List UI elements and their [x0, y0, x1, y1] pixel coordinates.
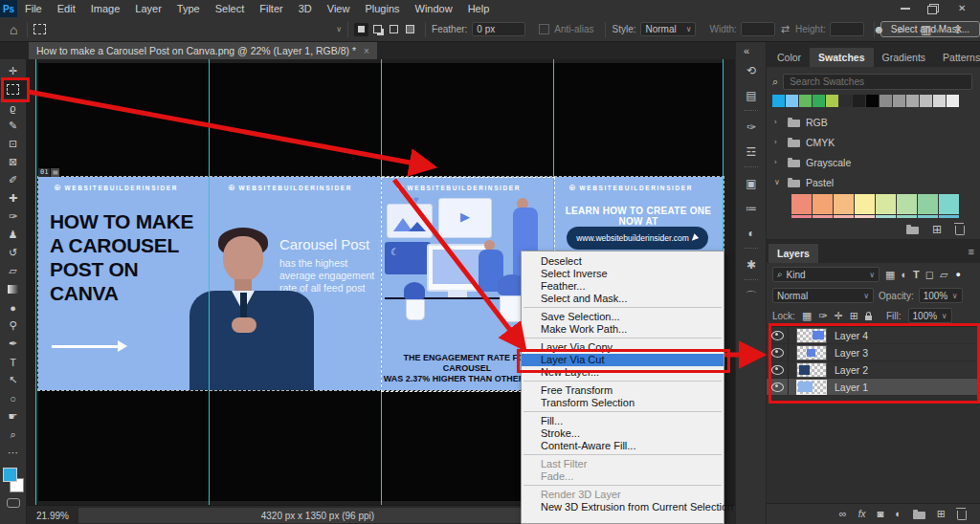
style-select[interactable]: Normal∨ [640, 22, 696, 36]
workspace-switcher-icon[interactable]: ▥ [921, 24, 931, 35]
menu-item-transform-selection[interactable]: Transform Selection [522, 397, 724, 409]
lock-artboard-icon[interactable]: ⊞ [850, 311, 858, 321]
menu-item-layer-via-copy[interactable]: Layer Via Copy [522, 341, 724, 354]
new-swatch-group-icon[interactable] [906, 227, 919, 234]
paths-panel-icon[interactable]: ⌒ [736, 284, 767, 309]
swatch[interactable] [839, 95, 852, 107]
document-info-field[interactable]: 4320 px x 1350 px (96 ppi) ⟩ [78, 508, 557, 523]
swatch-folder-grayscale[interactable]: ›Grayscale [767, 152, 980, 172]
tab-swatches[interactable]: Swatches [810, 48, 873, 67]
swatch[interactable] [897, 194, 917, 214]
opacity-select[interactable]: 100%∨ [919, 288, 963, 303]
swatch[interactable] [880, 95, 892, 107]
layer-thumbnail[interactable] [796, 328, 827, 343]
photoshop-logo-icon[interactable]: Ps [0, 0, 17, 17]
swatch[interactable] [772, 95, 785, 107]
swatch[interactable] [855, 215, 875, 218]
collapse-panels-icon[interactable]: « [744, 46, 767, 56]
swatch[interactable] [813, 215, 833, 218]
crop-tool[interactable]: ⊡ [0, 135, 27, 153]
menu-3d[interactable]: 3D [291, 0, 320, 17]
swatch[interactable] [947, 95, 959, 107]
menu-plugins[interactable]: Plugins [357, 0, 407, 17]
minimize-icon[interactable] [901, 8, 910, 10]
swatch[interactable] [866, 95, 879, 107]
swatch-folder-rgb[interactable]: ›RGB [767, 112, 980, 132]
document-tab[interactable]: How to make a Carousel Post on Canva.png… [29, 42, 377, 59]
layer-visibility-toggle[interactable] [767, 327, 789, 343]
menu-item-select-and-mask[interactable]: Select and Mask... [522, 293, 724, 305]
selection-subtract-icon[interactable] [387, 23, 401, 36]
menu-image[interactable]: Image [83, 0, 128, 17]
anti-alias-checkbox[interactable] [539, 24, 549, 34]
menu-item-make-work-path[interactable]: Make Work Path... [522, 323, 724, 336]
layer-row[interactable]: Layer 4 [767, 327, 980, 344]
adjustment-layer-icon[interactable]: ◐ [895, 509, 902, 519]
filter-pixel-layers-icon[interactable]: ▦ [885, 270, 895, 280]
tab-layers[interactable]: Layers [768, 244, 818, 263]
zoom-tool[interactable]: ⌕ [0, 426, 27, 444]
swatch[interactable] [939, 215, 959, 218]
lock-pixels-icon[interactable]: ✑ [818, 311, 827, 321]
brush-settings-panel-icon[interactable]: ✑ [736, 115, 767, 140]
menu-item-feather[interactable]: Feather... [522, 280, 724, 293]
swatch[interactable] [893, 95, 905, 107]
swatch[interactable] [876, 194, 896, 214]
swatch[interactable] [855, 194, 875, 214]
selection-new-icon[interactable] [354, 23, 368, 36]
menu-item-new-layer[interactable]: New Layer... [522, 366, 724, 379]
healing-brush-tool[interactable]: ✚ [0, 189, 27, 207]
menu-item-select-inverse[interactable]: Select Inverse [522, 268, 724, 280]
layer-visibility-toggle[interactable] [767, 379, 789, 395]
restore-window-icon-front[interactable] [927, 6, 937, 14]
layer-thumbnail[interactable] [796, 345, 827, 360]
history-panel-icon[interactable]: ⟲ [736, 58, 767, 83]
swatch[interactable] [933, 95, 946, 107]
zoom-level-field[interactable]: 21.99% [36, 511, 69, 521]
search-swatches-field[interactable] [783, 74, 972, 90]
filter-smart-object-icon[interactable]: ▱ [940, 270, 947, 280]
menu-view[interactable]: View [320, 0, 358, 17]
pen-tool[interactable]: ✒ [0, 335, 27, 353]
adjustments-panel-icon[interactable]: ≔ [736, 196, 767, 221]
properties-panel-icon[interactable]: ▣ [736, 171, 767, 196]
lasso-tool[interactable]: ϱ [0, 98, 27, 117]
menu-item-new-3d-extrusion[interactable]: New 3D Extrusion from Current Selection [522, 501, 724, 513]
menu-item-content-aware-fill[interactable]: Content-Aware Fill... [522, 440, 724, 452]
new-swatch-icon[interactable]: ⊞ [932, 224, 942, 235]
fill-select[interactable]: 100%∨ [908, 308, 952, 323]
screen-mode-icon[interactable] [7, 498, 20, 508]
blur-tool[interactable]: ● [0, 298, 27, 317]
color-swatches-control[interactable] [2, 468, 25, 492]
tool-preset-marquee-icon[interactable] [33, 24, 46, 34]
history-brush-tool[interactable]: ↺ [0, 244, 27, 262]
swatch[interactable] [918, 215, 938, 218]
lock-position-icon[interactable]: ✛ [835, 311, 843, 321]
swatch[interactable] [791, 215, 812, 218]
dodge-tool[interactable]: ⚲ [0, 317, 27, 335]
menu-select[interactable]: Select [208, 0, 253, 17]
shape-tool[interactable]: ○ [0, 389, 27, 407]
delete-layer-icon[interactable] [957, 511, 967, 520]
layer-visibility-toggle[interactable] [767, 344, 789, 360]
layer-thumbnail[interactable] [796, 380, 827, 395]
brush-tool[interactable]: ✑ [0, 207, 27, 226]
foreground-color-swatch[interactable] [3, 468, 17, 482]
lock-all-icon[interactable] [865, 316, 872, 320]
menu-help[interactable]: Help [460, 0, 498, 17]
swatch-folder-cmyk[interactable]: ›CMYK [767, 132, 980, 152]
workspace-chevron-icon[interactable]: ∨ [935, 27, 940, 33]
new-group-icon[interactable] [913, 512, 925, 519]
share-icon[interactable]: ⇪ [953, 24, 963, 35]
layer-mask-icon[interactable]: ◙ [877, 509, 883, 519]
layer-row[interactable]: Layer 3 [767, 344, 980, 361]
swatch[interactable] [813, 95, 825, 107]
tab-gradients[interactable]: Gradients [874, 48, 935, 67]
menu-item-save-selection[interactable]: Save Selection... [522, 311, 724, 323]
swatch[interactable] [906, 95, 919, 107]
menu-item-layer-via-cut[interactable]: Layer Via Cut [522, 354, 724, 366]
blend-mode-select[interactable]: Normal∨ [772, 288, 874, 303]
swatch[interactable] [791, 194, 812, 214]
filter-toggle-icon[interactable]: ● [955, 271, 960, 279]
delete-swatch-icon[interactable] [955, 226, 965, 235]
